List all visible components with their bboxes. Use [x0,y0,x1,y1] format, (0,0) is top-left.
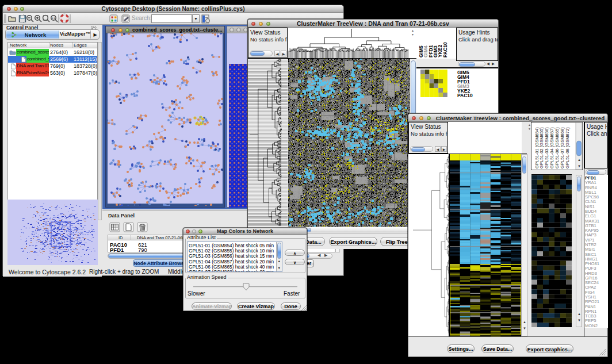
svg-text:GPL51-08 (GSM872): GPL51-08 (GSM872) [565,127,570,168]
svg-text:GPL51-03 (GSM856): GPL51-03 (GSM856) [544,127,549,168]
svg-text:▲: ▲ [577,158,581,162]
svg-text:1:1: 1:1 [52,17,56,20]
svg-text:▼: ▼ [577,164,581,168]
svg-text:GPL51-07 (GSM868): GPL51-07 (GSM868) [560,127,565,168]
svg-text:GPL51-04 (GSM857): GPL51-04 (GSM857) [549,127,554,168]
svg-text:PAC10: PAC10 [442,42,448,58]
svg-text:GPL51-06 (GSM865): GPL51-06 (GSM865) [554,127,560,168]
svg-text:GPL51-01 (GSM854): GPL51-01 (GSM854) [534,127,540,168]
svg-text:GPL51-02 (GSM855): GPL51-02 (GSM855) [539,127,544,168]
svg-text:MON2: MON2 [585,323,598,328]
